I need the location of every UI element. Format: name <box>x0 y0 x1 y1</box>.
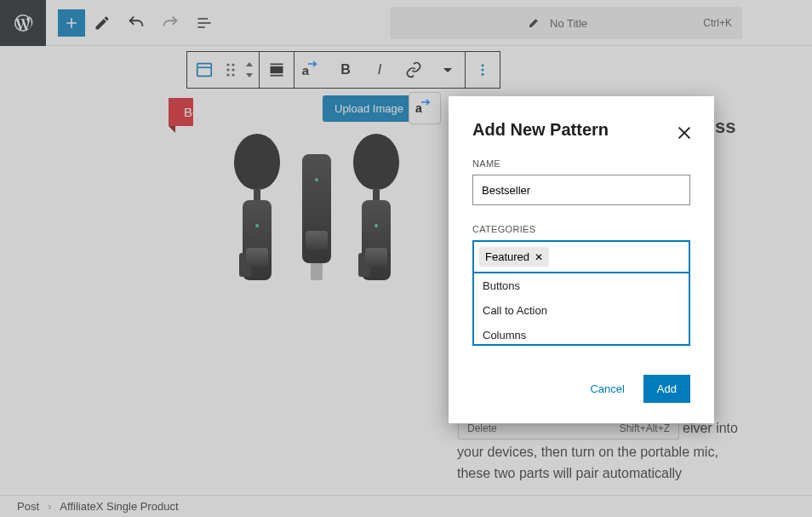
link-icon[interactable] <box>397 52 431 88</box>
categories-dropdown: Buttons Call to Action Columns <box>472 273 690 346</box>
document-outline-icon[interactable] <box>187 6 221 40</box>
amazon-text-icon[interactable]: a <box>294 52 329 88</box>
block-toolbar: a B I <box>186 51 500 89</box>
wordpress-logo[interactable] <box>0 0 46 46</box>
categories-field-label: Categories <box>472 224 690 234</box>
editor-topbar: No Title Ctrl+K <box>0 0 812 46</box>
svg-point-5 <box>232 68 234 71</box>
svg-point-12 <box>482 69 484 72</box>
svg-point-6 <box>226 73 229 76</box>
name-field-label: Name <box>472 158 690 169</box>
undo-icon[interactable] <box>119 6 153 40</box>
modal-title: Add New Pattern <box>472 120 690 140</box>
product-image <box>193 92 440 322</box>
pattern-name-input[interactable] <box>472 175 690 205</box>
category-option[interactable]: Columns <box>474 323 689 346</box>
pen-icon <box>528 15 541 32</box>
svg-point-11 <box>482 64 484 66</box>
product-description-fragment: your devices, then turn on the portable … <box>457 442 738 485</box>
category-token: Featured ✕ <box>479 247 549 267</box>
post-title-placeholder: No Title <box>550 17 587 30</box>
more-rich-text-icon[interactable] <box>431 52 465 88</box>
svg-rect-0 <box>197 64 212 77</box>
bold-button[interactable]: B <box>329 52 363 88</box>
svg-point-3 <box>232 63 234 66</box>
category-option[interactable]: Buttons <box>474 273 689 298</box>
cancel-button[interactable]: Cancel <box>581 376 632 402</box>
edit-icon[interactable] <box>85 6 119 40</box>
post-title-field[interactable]: No Title Ctrl+K <box>390 7 742 39</box>
close-icon[interactable] <box>675 124 694 146</box>
svg-rect-10 <box>271 75 283 77</box>
category-token-label: Featured <box>485 250 529 263</box>
title-fragment: ss <box>715 116 735 138</box>
svg-point-7 <box>232 73 234 76</box>
breadcrumb-separator: › <box>48 500 51 513</box>
add-label: Add <box>657 382 677 395</box>
title-shortcut: Ctrl+K <box>703 17 732 29</box>
upload-image-label: Upload Image <box>335 102 403 115</box>
add-pattern-modal: Add New Pattern Name Categories Featured… <box>449 96 714 423</box>
breadcrumb: Post › AffiliateX Single Product <box>0 495 812 517</box>
add-block-button[interactable] <box>58 9 85 37</box>
block-type-icon[interactable] <box>187 52 221 88</box>
cancel-label: Cancel <box>590 382 624 395</box>
svg-point-4 <box>226 68 229 71</box>
svg-rect-9 <box>271 64 283 66</box>
move-updown-icon[interactable] <box>240 52 259 88</box>
redo-icon[interactable] <box>153 6 187 40</box>
block-options-icon[interactable] <box>466 52 500 88</box>
upload-image-button[interactable]: Upload Image <box>323 95 415 122</box>
italic-button[interactable]: I <box>363 52 397 88</box>
remove-token-icon[interactable]: ✕ <box>535 251 543 263</box>
category-option[interactable]: Call to Action <box>474 298 689 323</box>
svg-point-2 <box>226 63 229 66</box>
amazon-chip-button[interactable]: a <box>409 92 441 124</box>
align-icon[interactable] <box>260 52 294 88</box>
drag-handle-icon[interactable] <box>221 52 240 88</box>
delete-shortcut: Shift+Alt+Z <box>620 422 670 434</box>
breadcrumb-root[interactable]: Post <box>17 500 39 513</box>
add-button[interactable]: Add <box>643 375 690 403</box>
svg-point-13 <box>482 73 484 76</box>
breadcrumb-current[interactable]: AffiliateX Single Product <box>60 500 178 513</box>
categories-token-input[interactable]: Featured ✕ <box>472 240 690 273</box>
svg-rect-8 <box>271 66 283 73</box>
delete-label: Delete <box>467 422 497 434</box>
